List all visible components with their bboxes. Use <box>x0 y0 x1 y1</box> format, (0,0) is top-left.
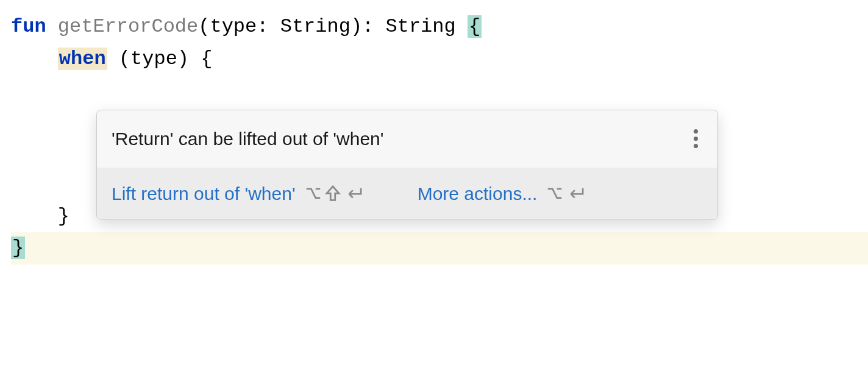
shortcut-alt-enter <box>546 184 586 202</box>
function-name: getErrorCode <box>58 15 198 38</box>
colon: : <box>257 15 280 38</box>
more-actions-link[interactable]: More actions... <box>418 179 538 209</box>
popup-title: 'Return' can be lifted out of 'when' <box>112 124 384 154</box>
indent <box>11 48 58 70</box>
return-type: String <box>386 15 456 38</box>
popup-actions-row: Lift return out of 'when' More actions..… <box>97 168 717 220</box>
option-key-icon <box>546 184 564 202</box>
option-key-icon <box>304 184 322 202</box>
shortcut-alt-shift-enter <box>304 184 364 202</box>
intention-popup: 'Return' can be lifted out of 'when' Lif… <box>96 110 718 220</box>
when-expression: (type) { <box>119 48 213 70</box>
keyword-fun: fun <box>11 15 46 38</box>
space <box>107 48 119 70</box>
close-paren: ) <box>350 15 362 38</box>
code-line-4[interactable]: } <box>11 232 868 265</box>
code-line-2[interactable]: when (type) { <box>11 43 868 76</box>
keyword-when-highlighted: when <box>58 48 107 70</box>
popup-header: 'Return' can be lifted out of 'when' <box>97 110 717 168</box>
param-name: type <box>210 15 257 38</box>
close-brace: } <box>58 205 69 227</box>
enter-key-icon <box>565 185 586 201</box>
code-line-1[interactable]: fun getErrorCode(type: String): String { <box>11 11 868 43</box>
open-paren: ( <box>198 15 210 38</box>
open-brace-highlighted: { <box>468 15 482 38</box>
more-options-icon[interactable] <box>689 127 703 151</box>
param-type: String <box>280 15 350 38</box>
space <box>456 15 468 38</box>
enter-key-icon <box>343 185 364 201</box>
shift-key-icon <box>324 184 342 202</box>
return-colon: : <box>362 15 385 38</box>
indent <box>11 205 58 227</box>
lift-return-action[interactable]: Lift return out of 'when' <box>112 179 296 209</box>
close-brace-highlighted: } <box>11 237 25 259</box>
